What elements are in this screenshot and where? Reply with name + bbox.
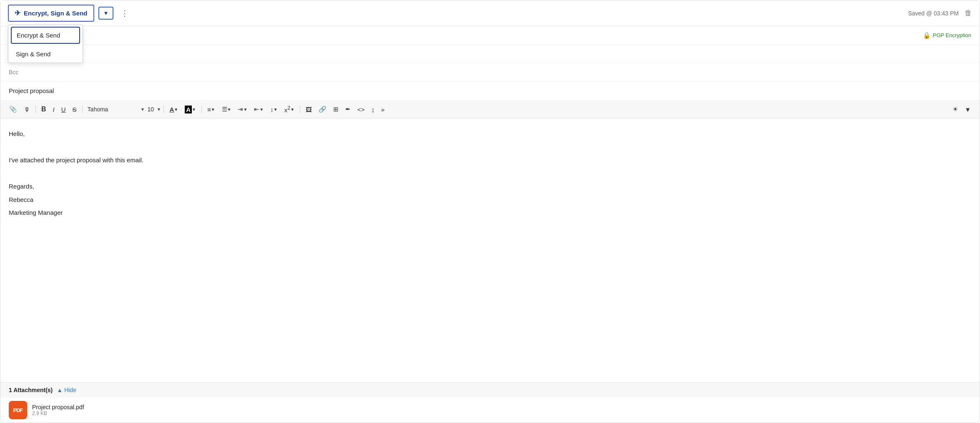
- hide-attachments-button[interactable]: ▲ Hide: [57, 387, 76, 393]
- subject-row[interactable]: Project proposal: [0, 81, 980, 101]
- italic-icon: I: [53, 106, 55, 113]
- signature-button[interactable]: ✒: [342, 103, 354, 115]
- link-icon: 🔗: [319, 106, 327, 113]
- list-icon: ☰: [222, 106, 227, 113]
- toolbar-divider-3: [163, 106, 164, 113]
- subject-value: Project proposal: [9, 87, 54, 94]
- pgp-encryption-badge[interactable]: 🔒 PGP Encryption: [923, 32, 971, 39]
- pdf-icon-box: PDF: [9, 401, 27, 419]
- underline-icon: U: [61, 106, 66, 113]
- theme-button[interactable]: ☀: [950, 103, 961, 115]
- indent-icon: ⇥: [238, 106, 243, 113]
- superscript-chevron-icon: ▼: [290, 107, 294, 112]
- outdent-chevron-icon: ▼: [259, 107, 264, 112]
- mic-icon: 🎙: [24, 106, 30, 113]
- header-left: ✈ Encrypt, Sign & Send ▼ ⋮ Encrypt & Sen…: [8, 5, 132, 22]
- compose-body[interactable]: Hello, I've attached the project proposa…: [0, 118, 980, 382]
- outdent-icon: ⇤: [254, 106, 259, 113]
- attachment-filename: Project proposal.pdf: [32, 404, 84, 410]
- italic-button[interactable]: I: [50, 104, 58, 115]
- mic-button[interactable]: 🎙: [21, 104, 33, 115]
- greeting-text: Hello,: [9, 128, 971, 139]
- strikethrough-icon: S: [73, 106, 77, 113]
- bg-color-button[interactable]: A ▼: [182, 103, 199, 116]
- font-size-chevron-icon: ▼: [156, 107, 161, 112]
- font-size-select[interactable]: 8910 111214 16182436: [146, 104, 156, 114]
- bg-color-chevron-icon: ▼: [192, 107, 196, 112]
- bg-color-icon: A: [185, 106, 192, 113]
- theme-icon: ☀: [952, 106, 958, 113]
- pgp-label: PGP Encryption: [933, 32, 971, 38]
- line-height-chevron-icon: ▼: [274, 107, 278, 112]
- list-button[interactable]: ☰ ▼: [219, 103, 234, 115]
- superscript-button[interactable]: x2 ▼: [281, 103, 297, 116]
- body-name: Rebecca: [9, 194, 971, 205]
- bcc-field-row[interactable]: Bcc: [0, 63, 980, 81]
- code-button[interactable]: <>: [354, 104, 368, 115]
- body-title: Marketing Manager: [9, 207, 971, 218]
- toolbar-divider-2: [82, 106, 83, 113]
- more-format-button[interactable]: »: [378, 104, 387, 115]
- list-chevron-icon: ▼: [227, 107, 231, 112]
- image-button[interactable]: 🖼: [303, 104, 315, 115]
- toolbar-divider-4: [201, 106, 202, 113]
- hide-label: Hide: [64, 387, 76, 393]
- dropdown-arrow-button[interactable]: ▼: [98, 7, 114, 20]
- header-right: Saved @ 03:43 PM 🗑: [908, 9, 972, 18]
- outdent-button[interactable]: ⇤ ▼: [251, 103, 266, 115]
- bold-button[interactable]: B: [38, 103, 49, 115]
- attachment-icon: 📎: [9, 106, 17, 113]
- chevron-down-icon: ▼: [103, 10, 109, 16]
- font-family-select[interactable]: Tahoma Arial Times New Roman Georgia Ver…: [85, 104, 140, 114]
- underline-button[interactable]: U: [58, 104, 69, 115]
- attachment-button[interactable]: 📎: [6, 103, 20, 115]
- encrypt-sign-send-button[interactable]: ✈ Encrypt, Sign & Send: [8, 5, 94, 22]
- table-icon: ⊞: [333, 106, 339, 113]
- align-chevron-icon: ▼: [211, 107, 215, 112]
- body-line3: [9, 168, 971, 179]
- toolbar-divider-5: [300, 106, 300, 113]
- toolbar-more-chevron-icon: ▼: [965, 106, 971, 113]
- more-format-icon: »: [381, 106, 384, 113]
- bcc-label: Bcc: [9, 69, 30, 76]
- strikethrough-button[interactable]: S: [70, 104, 80, 115]
- attachment-filesize: 2.9 KB: [32, 410, 84, 416]
- body-line1: [9, 142, 971, 153]
- toolbar-more-button[interactable]: ▼: [962, 104, 974, 115]
- chevron-up-icon: ▲: [57, 387, 63, 393]
- indent-button[interactable]: ⇥ ▼: [235, 103, 250, 115]
- line-height-icon: ↕: [270, 106, 274, 113]
- encrypt-sign-send-label: Encrypt, Sign & Send: [24, 10, 88, 17]
- link-button[interactable]: 🔗: [316, 103, 329, 115]
- attachments-bar: 1 Attachment(s) ▲ Hide: [0, 382, 980, 398]
- more-options-icon: ⋮: [121, 9, 129, 18]
- table-button[interactable]: ⊞: [330, 103, 342, 115]
- font-family-wrapper: Tahoma Arial Times New Roman Georgia Ver…: [85, 104, 145, 114]
- code-icon: <>: [357, 106, 365, 113]
- font-color-button[interactable]: A ▼: [166, 104, 181, 115]
- compose-window: ✈ Encrypt, Sign & Send ▼ ⋮ Encrypt & Sen…: [0, 0, 980, 423]
- attachment-info: Project proposal.pdf 2.9 KB: [32, 404, 84, 416]
- sign-send-option[interactable]: Sign & Send: [8, 45, 83, 63]
- attachments-label: 1 Attachment(s): [9, 387, 53, 393]
- delete-button[interactable]: 🗑: [965, 9, 972, 18]
- cc-field-row[interactable]: Cc: [0, 45, 980, 63]
- image-icon: 🖼: [306, 106, 312, 113]
- encrypt-send-option[interactable]: Encrypt & Send: [11, 27, 80, 44]
- pgp-icon: 🔒: [923, 32, 931, 39]
- saved-status: Saved @ 03:43 PM: [908, 10, 959, 17]
- line-height-button[interactable]: ↕ ▼: [267, 104, 280, 115]
- more-options-button[interactable]: ⋮: [118, 7, 132, 20]
- dropdown-menu: Encrypt & Send Sign & Send: [8, 25, 83, 63]
- toolbar-divider-1: [35, 106, 36, 113]
- trash-icon: 🗑: [965, 9, 972, 17]
- signature-icon: ✒: [345, 106, 351, 113]
- indent-chevron-icon: ▼: [243, 107, 247, 112]
- align-button[interactable]: ≡ ▼: [204, 104, 218, 115]
- send-icon: ✈: [15, 9, 20, 18]
- from-field-row: From zylker.com> ▼ 🔒 PGP Encryption: [0, 26, 980, 45]
- body-line2: I've attached the project proposal with …: [9, 155, 971, 166]
- font-family-chevron-icon: ▼: [141, 107, 145, 112]
- embed-button[interactable]: ↨: [369, 104, 378, 115]
- attachment-item: PDF Project proposal.pdf 2.9 KB: [0, 398, 980, 423]
